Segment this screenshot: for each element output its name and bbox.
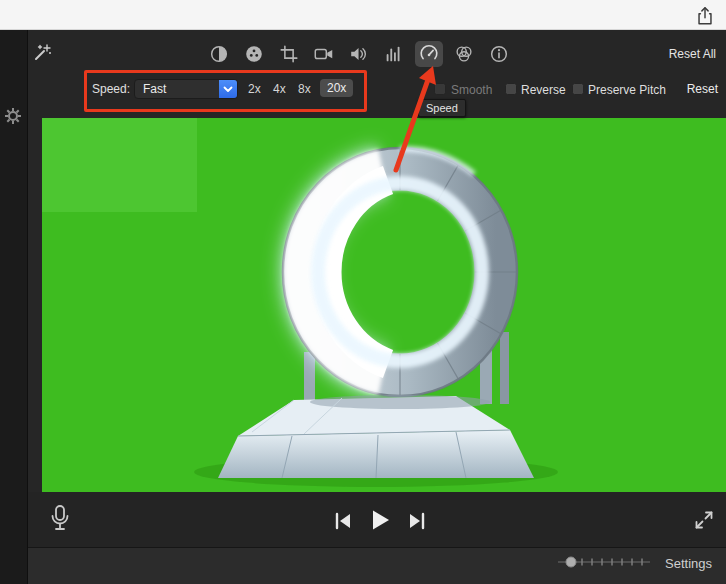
info-button[interactable] <box>485 41 513 67</box>
share-button[interactable] <box>692 3 718 28</box>
reverse-checkbox[interactable] <box>505 83 517 95</box>
slider-handle <box>566 557 576 567</box>
reset-all-button[interactable]: Reset All <box>669 47 716 61</box>
crop-button[interactable] <box>275 41 303 67</box>
speaker-icon <box>348 43 370 65</box>
stargate-preview <box>42 118 726 492</box>
preserve-pitch-label: Preserve Pitch <box>588 83 666 97</box>
imovie-window: Reset All Speed: Fast 2x 4x 8x 20x Smoot… <box>0 0 726 584</box>
preserve-pitch-checkbox[interactable] <box>572 83 584 95</box>
chevron-down-icon <box>219 80 237 98</box>
preset-8x-button[interactable]: 8x <box>298 82 311 96</box>
footer-bar: Settings <box>28 547 726 584</box>
magic-wand-icon[interactable] <box>31 42 53 64</box>
color-circles-icon <box>453 43 475 65</box>
play-button[interactable] <box>368 508 392 536</box>
next-frame-button[interactable] <box>407 510 427 536</box>
voiceover-button[interactable] <box>48 504 72 538</box>
fullscreen-expand-icon <box>693 509 715 531</box>
skip-forward-icon <box>407 510 427 532</box>
viewer-canvas <box>42 118 726 492</box>
noise-reduction-button[interactable] <box>380 41 408 67</box>
preset-20x-button[interactable]: 20x <box>320 79 353 97</box>
adjust-toolbar <box>205 41 513 67</box>
video-camera-icon <box>313 43 335 65</box>
speed-button[interactable] <box>415 41 443 67</box>
stabilization-button[interactable] <box>310 41 338 67</box>
preset-4x-button[interactable]: 4x <box>273 82 286 96</box>
skip-back-icon <box>333 510 353 532</box>
speed-field-label: Speed: <box>86 82 130 96</box>
volume-button[interactable] <box>345 41 373 67</box>
speed-dropdown-value: Fast <box>143 82 166 96</box>
play-icon <box>368 508 392 532</box>
share-icon <box>694 5 716 27</box>
settings-button[interactable]: Settings <box>665 556 712 571</box>
equalizer-bars-icon <box>383 43 405 65</box>
window-titlebar <box>0 0 726 30</box>
preset-2x-button[interactable]: 2x <box>248 82 261 96</box>
smooth-checkbox[interactable] <box>434 83 446 95</box>
reverse-label: Reverse <box>521 83 566 97</box>
color-correction-icon <box>243 43 265 65</box>
transport-bar <box>28 492 726 547</box>
microphone-icon <box>48 504 72 534</box>
zoom-slider[interactable] <box>556 554 652 574</box>
speed-tooltip: Speed <box>418 99 466 117</box>
color-correction-button[interactable] <box>240 41 268 67</box>
previous-frame-button[interactable] <box>333 510 353 536</box>
fullscreen-button[interactable] <box>693 509 715 535</box>
color-balance-icon <box>208 43 230 65</box>
clip-filter-button[interactable] <box>450 41 478 67</box>
info-icon <box>488 43 510 65</box>
crop-icon <box>278 43 300 65</box>
reset-button[interactable]: Reset <box>687 82 718 96</box>
color-balance-button[interactable] <box>205 41 233 67</box>
gear-icon[interactable] <box>3 106 23 130</box>
speedometer-icon <box>418 43 440 65</box>
smooth-label: Smooth <box>451 83 492 97</box>
speed-dropdown[interactable]: Fast <box>134 79 238 99</box>
left-sidebar <box>0 30 28 584</box>
